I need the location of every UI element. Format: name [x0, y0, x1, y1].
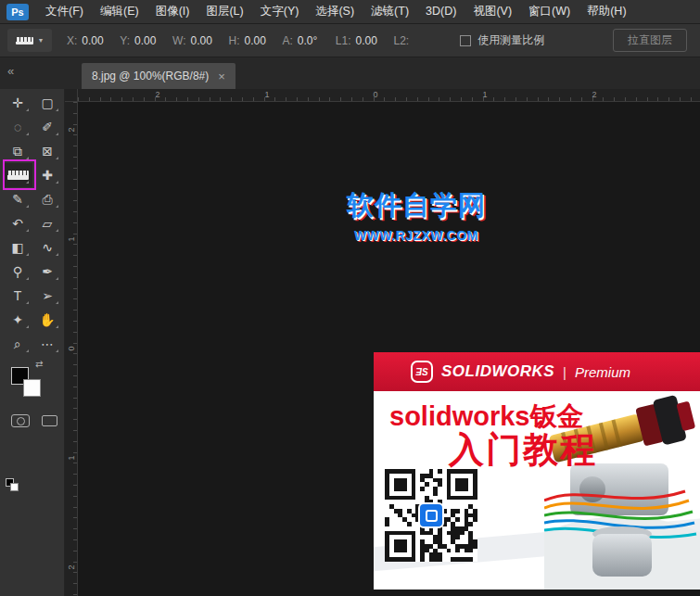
crop-tool[interactable]: ⧉ — [3, 139, 32, 163]
more-tools-icon: ⋯ — [41, 336, 54, 351]
gradient-tool[interactable]: ◧ — [3, 235, 32, 260]
document-tab-title: 8.jpg @ 100%(RGB/8#) — [92, 70, 209, 82]
path-selection-tool-icon: ➢ — [42, 288, 53, 303]
zoom-tool-icon: ⌕ — [14, 336, 21, 352]
hand-tool[interactable]: ✋ — [32, 308, 62, 332]
ruler-number: 1 — [264, 90, 269, 99]
swap-colors-icon[interactable]: ⇄ — [35, 359, 43, 369]
smudge-tool[interactable]: ∿ — [32, 235, 62, 260]
angle-value[interactable]: 0.0° — [298, 34, 320, 47]
type-tool[interactable]: T — [3, 284, 32, 308]
frame-tool-icon: ⊠ — [42, 144, 53, 159]
menu-item-type[interactable]: 文字(Y) — [252, 0, 308, 23]
h-value[interactable]: 0.00 — [244, 34, 266, 47]
h-label: H: — [228, 34, 239, 47]
move-tool-icon: ✛ — [12, 95, 23, 110]
ad-header: ƎS SOLIDWORKS | Premium — [374, 352, 700, 391]
menu-item-filter[interactable]: 滤镜(T) — [363, 0, 417, 23]
document-canvas[interactable]: 软件自学网 WWW.RJZXW.COM ƎS SOLIDWORKS | Prem… — [78, 102, 700, 596]
l2-field: L2: — [394, 34, 437, 47]
hand-tool-icon: ✋ — [39, 312, 55, 327]
toolbar: ✛ ▢ ◌ ✐ ⧉ ⊠ ✚ ✎ ⎙ ↶ ▱ ◧ ∿ ⚲ ✒ T ➢ ✦ ✋ ⌕ … — [0, 89, 65, 596]
menu-item-window[interactable]: 窗口(W) — [520, 0, 579, 23]
w-label: W: — [172, 34, 185, 47]
marquee-tool-icon: ▢ — [41, 95, 53, 110]
photoshop-window: Ps 文件(F) 编辑(E) 图像(I) 图层(L) 文字(Y) 选择(S) 滤… — [0, 0, 700, 596]
h-field: H: 0.00 — [228, 34, 266, 47]
history-brush-tool[interactable]: ↶ — [3, 211, 32, 235]
ruler-number: 2 — [592, 90, 596, 99]
ruler-tool[interactable] — [3, 163, 32, 187]
collapse-panels-icon[interactable]: « — [7, 64, 14, 78]
photoshop-logo-icon: Ps — [6, 4, 29, 20]
menu-item-file[interactable]: 文件(F) — [37, 0, 92, 23]
ruler-number: 2 — [67, 562, 76, 574]
document-tab-bar: « 8.jpg @ 100%(RGB/8#) × — [0, 57, 700, 89]
y-value[interactable]: 0.00 — [134, 34, 157, 47]
quick-mask-icon — [17, 417, 25, 425]
measurement-scale-label[interactable]: 使用测量比例 — [477, 32, 544, 48]
ruler-number: 1 — [482, 90, 487, 99]
ruler-origin-corner[interactable] — [65, 89, 78, 102]
brush-tool[interactable]: ✎ — [3, 187, 32, 211]
menu-item-layer[interactable]: 图层(L) — [197, 0, 251, 23]
ruler-number: 2 — [155, 90, 159, 99]
tool-grid: ✛ ▢ ◌ ✐ ⧉ ⊠ ✚ ✎ ⎙ ↶ ▱ ◧ ∿ ⚲ ✒ T ➢ ✦ ✋ ⌕ … — [3, 91, 62, 356]
straighten-layer-button[interactable]: 拉直图层 — [613, 29, 687, 52]
measurement-scale-checkbox[interactable] — [460, 35, 471, 46]
ad-body: solidworks钣金 入门教程 — [374, 391, 700, 590]
healing-tool[interactable]: ✚ — [32, 163, 62, 187]
ad-tier: Premium — [575, 364, 630, 380]
lasso-tool-icon: ◌ — [14, 120, 21, 134]
dassault-logo-icon: ƎS — [411, 361, 433, 383]
background-color-swatch[interactable] — [23, 379, 41, 397]
ad-brand: SOLIDWORKS — [441, 362, 554, 381]
move-tool[interactable]: ✛ — [3, 91, 32, 115]
frame-tool[interactable]: ⊠ — [32, 139, 62, 163]
horizontal-ruler[interactable]: 2 1 0 1 2 — [78, 89, 700, 102]
zoom-tool[interactable]: ⌕ — [3, 332, 32, 356]
ruler-number: 0 — [67, 343, 76, 355]
use-measurement-scale: 使用测量比例 — [460, 32, 544, 48]
menu-item-image[interactable]: 图像(I) — [147, 0, 198, 23]
x-label: X: — [67, 34, 77, 47]
tool-preset-dropdown[interactable]: ▼ — [7, 29, 52, 52]
marquee-tool[interactable]: ▢ — [32, 91, 62, 115]
close-tab-icon[interactable]: × — [218, 70, 225, 83]
menu-item-view[interactable]: 视图(V) — [465, 0, 520, 23]
pen-tool[interactable]: ✒ — [32, 260, 62, 284]
default-colors-icon[interactable] — [6, 478, 19, 491]
screen-mode-button[interactable] — [42, 415, 57, 426]
edit-toolbar-button[interactable]: ⋯ — [32, 332, 62, 356]
l1-value[interactable]: 0.00 — [356, 34, 378, 47]
ruler-tool-icon — [16, 37, 33, 44]
ad-headline-line2: 入门教程 — [389, 431, 597, 468]
document-tab[interactable]: 8.jpg @ 100%(RGB/8#) × — [82, 63, 235, 89]
l1-field: L1: 0.00 — [336, 34, 378, 47]
dodge-tool-icon: ⚲ — [13, 264, 22, 279]
dodge-tool[interactable]: ⚲ — [3, 260, 32, 284]
menu-item-3d[interactable]: 3D(D) — [417, 0, 465, 23]
quick-mask-button[interactable] — [11, 414, 30, 427]
eraser-tool[interactable]: ▱ — [32, 211, 62, 235]
menu-item-edit[interactable]: 编辑(E) — [92, 0, 147, 23]
options-bar: ▼ X: 0.00 Y: 0.00 W: 0.00 H: 0.00 A: 0.0… — [0, 24, 700, 57]
x-value[interactable]: 0.00 — [82, 34, 104, 47]
l1-label: L1: — [336, 34, 351, 47]
menu-bar: Ps 文件(F) 编辑(E) 图像(I) 图层(L) 文字(Y) 选择(S) 滤… — [0, 0, 700, 24]
vertical-ruler[interactable]: 2 1 0 1 2 — [65, 102, 78, 596]
path-selection-tool[interactable]: ➢ — [32, 284, 62, 308]
ruler-number: 0 — [373, 90, 377, 99]
clone-stamp-tool[interactable]: ⎙ — [32, 187, 62, 211]
angle-label: A: — [282, 34, 292, 47]
eraser-tool-icon: ▱ — [43, 216, 53, 231]
lasso-tool[interactable]: ◌ — [3, 115, 32, 139]
shape-tool[interactable]: ✦ — [3, 308, 32, 332]
menu-item-select[interactable]: 选择(S) — [307, 0, 363, 23]
w-value[interactable]: 0.00 — [190, 34, 212, 47]
quick-selection-tool[interactable]: ✐ — [32, 115, 62, 139]
ruler-number: 1 — [67, 234, 76, 246]
gradient-tool-icon: ◧ — [11, 240, 23, 255]
menu-item-help[interactable]: 帮助(H) — [579, 0, 634, 23]
ruler-number: 2 — [67, 124, 76, 136]
